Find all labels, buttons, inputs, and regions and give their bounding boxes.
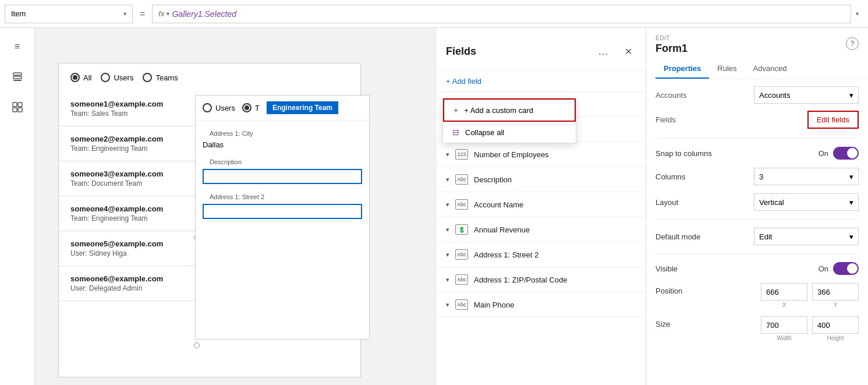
desc-label: Description xyxy=(203,154,362,167)
form-radio-users[interactable]: Users xyxy=(203,103,235,112)
field-chevron-icon: ▾ xyxy=(446,251,449,259)
more-options-icon[interactable]: … xyxy=(589,40,618,63)
props-panel: EDIT Form1 Properties Rules Advanced ? A… xyxy=(646,28,868,385)
snap-toggle[interactable] xyxy=(833,147,859,160)
default-mode-label: Default mode xyxy=(656,232,700,241)
props-body: Accounts Accounts ▾ Fields Edit fields S… xyxy=(646,79,868,385)
size-w-input[interactable] xyxy=(761,316,807,334)
columns-dropdown[interactable]: 3 ▾ xyxy=(754,168,859,185)
size-h-input[interactable] xyxy=(812,316,859,334)
data-source-row: Accounts Accounts ▾ xyxy=(656,86,859,104)
formula-bar[interactable]: fx ▾ Gallery1.Selected xyxy=(152,5,851,23)
radio-teams-icon xyxy=(143,73,152,82)
field-type-icon: Abc xyxy=(455,199,468,210)
desc-input[interactable] xyxy=(203,169,362,184)
sidebar-menu-icon[interactable]: ≡ xyxy=(8,37,27,56)
filter-users[interactable]: Users xyxy=(101,73,133,82)
pos-x-group: X xyxy=(761,283,807,308)
form-fields: Address 1: City Dallas Description Addre… xyxy=(196,121,369,228)
pos-y-input[interactable] xyxy=(812,283,859,301)
field-chevron-icon: ▾ xyxy=(446,276,449,284)
size-h-group: Height xyxy=(812,316,859,341)
help-icon[interactable]: ? xyxy=(846,37,859,50)
visible-on-label: On xyxy=(819,264,828,273)
default-mode-dropdown[interactable]: Edit ▾ xyxy=(754,228,859,245)
default-mode-chevron-icon: ▾ xyxy=(849,232,853,241)
formula-value: Gallery1.Selected xyxy=(172,9,236,19)
field-chevron-icon: ▾ xyxy=(446,201,449,209)
list-item-text: someone4@example.com Team: Engineering T… xyxy=(70,204,163,222)
city-label: Address 1: City xyxy=(203,125,362,138)
street2-input[interactable] xyxy=(203,204,362,219)
list-item-text: someone2@example.com Team: Engineering T… xyxy=(70,135,163,153)
size-w-label: Width xyxy=(777,335,792,341)
collapse-all-item[interactable]: ⊟ Collapse all xyxy=(443,122,576,143)
toggle-knob xyxy=(847,148,858,158)
field-item-account-name[interactable]: ▾ Abc Account Name xyxy=(437,192,646,217)
field-label: Description xyxy=(474,175,512,184)
field-item-employees[interactable]: ▾ 123 Number of Employees xyxy=(437,142,646,167)
list-item-text: someone1@example.com Team: Sales Team xyxy=(70,100,163,118)
field-item-description[interactable]: ▾ Abc Description xyxy=(437,167,646,192)
pos-x-input[interactable] xyxy=(761,283,807,301)
position-row: Position X Y xyxy=(656,283,859,308)
divider xyxy=(656,138,859,139)
field-item-zip[interactable]: ▾ Abc Address 1: ZIP/Postal Code xyxy=(437,267,646,292)
size-label: Size xyxy=(656,316,670,329)
filter-all-label: All xyxy=(83,73,91,82)
plus-icon: + xyxy=(454,105,458,115)
visible-toggle[interactable] xyxy=(833,262,859,275)
field-item-street2[interactable]: ▾ Abc Address 1: Street 2 xyxy=(437,242,646,267)
field-item-phone[interactable]: ▾ Abc Main Phone xyxy=(437,292,646,317)
add-custom-card-item[interactable]: + + Add a custom card xyxy=(443,98,576,122)
pos-y-label: Y xyxy=(834,302,838,308)
layout-row: Layout Vertical ▾ xyxy=(656,193,859,211)
filter-users-label: Users xyxy=(114,73,133,82)
snap-toggle-group: On xyxy=(819,147,859,160)
field-label: Address 1: Street 2 xyxy=(474,250,538,259)
street2-label: Address 1: Street 2 xyxy=(203,189,362,202)
item-label: Item xyxy=(11,9,26,18)
sidebar-layers-icon[interactable] xyxy=(8,68,27,86)
data-source-dropdown[interactable]: Accounts ▾ xyxy=(754,86,859,104)
tab-advanced[interactable]: Advanced xyxy=(745,59,795,79)
size-row: Size Width Height xyxy=(656,316,859,341)
filter-teams[interactable]: Teams xyxy=(143,73,178,82)
list-item-text: someone5@example.com User: Sidney Higa xyxy=(70,239,163,257)
drag-handle-bottom[interactable] xyxy=(194,342,200,348)
snap-on-label: On xyxy=(819,149,828,158)
divider2 xyxy=(656,219,859,220)
columns-chevron-icon: ▾ xyxy=(849,172,853,181)
form-users-label: Users xyxy=(215,104,235,112)
dropdown-chevron-icon: ▾ xyxy=(849,91,853,100)
field-item-revenue[interactable]: ▾ 💲 Annual Revenue xyxy=(437,217,646,242)
form-name-label: Form1 xyxy=(656,43,859,55)
field-chevron-icon: ▾ xyxy=(446,301,449,309)
field-chevron-icon: ▾ xyxy=(446,226,449,234)
field-label: Address 1: ZIP/Postal Code xyxy=(474,275,567,284)
fields-header: Fields … ✕ xyxy=(437,28,646,71)
form-radio-t[interactable]: T xyxy=(242,103,260,112)
position-label: Position xyxy=(656,283,682,295)
item-dropdown[interactable]: Item ▾ xyxy=(5,5,133,23)
snap-to-columns-row: Snap to columns On xyxy=(656,147,859,160)
props-tabs: Properties Rules Advanced xyxy=(656,59,859,79)
tab-properties[interactable]: Properties xyxy=(656,59,709,79)
filter-tabs: All Users Teams xyxy=(59,63,360,91)
props-top: EDIT Form1 Properties Rules Advanced xyxy=(646,28,868,79)
size-h-label: Height xyxy=(827,335,844,341)
field-type-icon: Abc xyxy=(455,274,468,285)
add-field-button[interactable]: + Add field xyxy=(437,71,646,92)
field-label: Account Name xyxy=(474,200,523,209)
sidebar-grid-icon[interactable] xyxy=(8,98,27,116)
radio-t-icon xyxy=(242,103,251,112)
fields-label: Fields xyxy=(656,115,676,124)
filter-all[interactable]: All xyxy=(70,73,91,82)
svg-rect-1 xyxy=(13,76,22,79)
tab-rules[interactable]: Rules xyxy=(709,59,745,79)
close-fields-button[interactable]: ✕ xyxy=(620,44,636,60)
layout-dropdown[interactable]: Vertical ▾ xyxy=(754,193,859,211)
default-mode-row: Default mode Edit ▾ xyxy=(656,228,859,245)
edit-fields-button[interactable]: Edit fields xyxy=(807,111,859,129)
svg-rect-6 xyxy=(18,108,22,112)
